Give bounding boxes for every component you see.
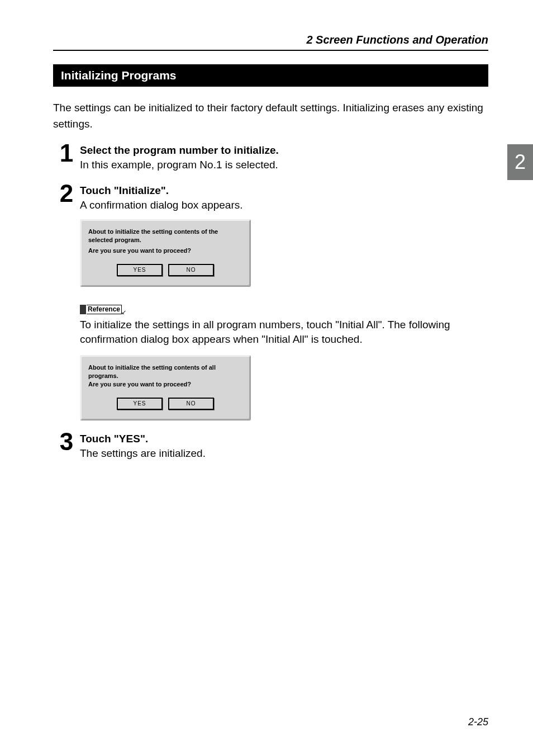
confirmation-dialog-all: About to initialize the setting contents… [80, 355, 251, 420]
step-2-title: Touch "Initialize". [80, 185, 488, 197]
intro-text: The settings can be initialized to their… [53, 100, 488, 132]
dialog2-line2: Are you sure you want to proceed? [87, 381, 244, 388]
step-3: 3 Touch "YES". The settings are initiali… [53, 433, 488, 467]
dialog1-yes-button[interactable]: YES [117, 264, 163, 276]
chapter-title: 2 Screen Functions and Operation [306, 34, 488, 46]
step-3-desc: The settings are initialized. [80, 447, 488, 460]
page-number: 2-25 [468, 716, 488, 728]
chapter-side-tab: 2 [507, 144, 533, 180]
dialog1-no-button[interactable]: NO [168, 264, 214, 276]
step-number-3: 3 [53, 429, 80, 454]
step-3-title: Touch "YES". [80, 433, 488, 445]
step-1-desc: In this example, program No.1 is selecte… [80, 159, 488, 171]
step-2: 2 Touch "Initialize". A confirmation dia… [53, 185, 488, 299]
step-1-title: Select the program number to initialize. [80, 144, 488, 157]
confirmation-dialog-single: About to initialize the setting contents… [80, 219, 251, 287]
reference-bar-icon [80, 305, 86, 314]
reference-label-text: Reference [87, 305, 122, 314]
reference-label: Reference ↙ [80, 305, 127, 314]
step-number-2: 2 [53, 181, 80, 206]
chapter-header: 2 Screen Functions and Operation [53, 34, 488, 51]
step-number-1: 1 [53, 141, 80, 166]
reference-block: Reference ↙ To initialize the settings i… [80, 305, 488, 420]
reference-desc: To initialize the settings in all progra… [80, 318, 488, 347]
dialog2-no-button[interactable]: NO [168, 398, 214, 410]
dialog2-yes-button[interactable]: YES [117, 398, 163, 410]
step-2-desc: A confirmation dialog box appears. [80, 199, 488, 211]
reference-arrow-icon: ↙ [121, 309, 126, 316]
dialog1-line1: About to initialize the setting contents… [87, 228, 244, 245]
step-1: 1 Select the program number to initializ… [53, 144, 488, 179]
dialog1-line2: Are you sure you want to proceed? [87, 247, 244, 254]
dialog2-line1: About to initialize the setting contents… [87, 363, 244, 381]
section-heading: Initializing Programs [53, 64, 488, 87]
